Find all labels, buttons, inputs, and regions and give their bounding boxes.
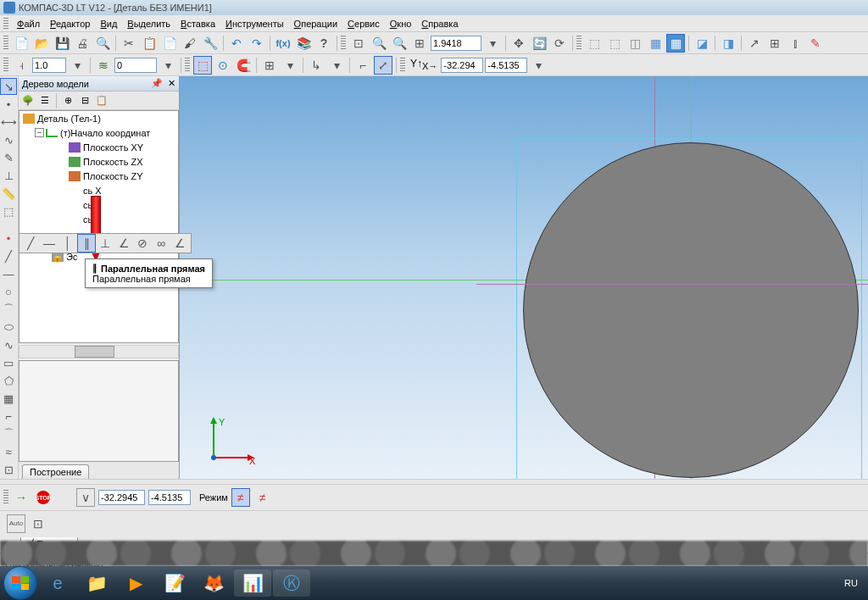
tree-axis-x[interactable]: сь X [83, 186, 102, 196]
zoom-input[interactable] [431, 36, 481, 51]
select-tool[interactable]: ⬚ [0, 203, 17, 219]
perspective-button[interactable]: ◪ [693, 34, 711, 53]
no-hidden-button[interactable]: ◫ [626, 34, 644, 53]
dropdown-icon[interactable]: ▾ [68, 56, 86, 75]
tree-origin[interactable]: (т)Начало координат [60, 128, 150, 138]
snap-input[interactable] [32, 58, 66, 73]
open-button[interactable]: 📂 [32, 34, 51, 53]
section-button[interactable]: ◨ [719, 34, 737, 53]
line-tool[interactable]: • [0, 230, 17, 247]
rotate-button[interactable]: 🔄 [530, 34, 548, 53]
offset-tool[interactable]: ≈ [0, 443, 17, 460]
view-tool2-button[interactable]: ⫿ [786, 34, 804, 53]
aux-line-tangent2[interactable]: ∞ [152, 234, 170, 253]
rect-tool[interactable]: ▭ [0, 354, 17, 371]
dropdown-icon[interactable]: ▾ [529, 56, 548, 75]
zoom-in-button[interactable]: 🔍 [370, 34, 388, 53]
copy-button[interactable]: 📋 [140, 34, 159, 53]
taskbar-powerpoint[interactable]: 📊 [234, 569, 271, 597]
menu-view[interactable]: Вид [95, 17, 122, 31]
menu-edit[interactable]: Редактор [45, 17, 95, 31]
refresh-button[interactable]: ⟳ [550, 34, 569, 53]
round-button[interactable]: ⤢ [374, 56, 392, 75]
mode-both-button[interactable]: ≠ [231, 488, 250, 507]
aux-line-tool[interactable]: ╱ [0, 247, 17, 264]
language-indicator[interactable]: RU [844, 578, 858, 588]
zoom-fit-button[interactable]: ⊡ [349, 34, 368, 53]
chamfer-tool[interactable]: ⌐ [0, 408, 17, 425]
redo-button[interactable]: ↷ [248, 34, 266, 53]
dimension-tool[interactable]: ⟷ [0, 114, 17, 131]
tree-plane-xy[interactable]: Плоскость XY [83, 142, 143, 153]
paste-button[interactable]: 📄 [160, 34, 179, 53]
pin-icon[interactable]: 📌 [151, 78, 163, 89]
shaded-edges-button[interactable]: ▦ [666, 34, 685, 53]
properties-button[interactable]: 🔧 [201, 34, 220, 53]
mode-one-button[interactable]: ≠ [253, 488, 272, 507]
tree-tool2-icon[interactable]: 📋 [94, 93, 109, 108]
aux-line-perp[interactable]: ⊥ [96, 234, 114, 253]
tree-tool-icon[interactable]: ⊟ [77, 93, 92, 108]
sketch-button[interactable]: ✎ [806, 34, 825, 53]
taskbar-explorer[interactable]: 📁 [78, 569, 115, 597]
library-button[interactable]: 📚 [294, 34, 313, 53]
constraint-tool[interactable]: ⊥ [0, 167, 17, 184]
menu-file[interactable]: Файл [12, 17, 45, 31]
geometry-tool[interactable]: ↘ [0, 78, 17, 95]
zoom-out-button[interactable]: 🔍 [390, 34, 409, 53]
polygon-tool[interactable]: ⬠ [0, 372, 17, 389]
stop-button[interactable]: STOP [34, 488, 53, 507]
magnet-button[interactable]: 🧲 [234, 56, 253, 75]
layers-icon[interactable]: ≋ [94, 56, 113, 75]
taskbar-notes[interactable]: 📝 [156, 569, 193, 597]
tree-plane-zy[interactable]: Плоскость ZY [83, 171, 143, 181]
fillet-tool[interactable]: ⌒ [0, 425, 17, 442]
expand-icon[interactable]: ⊕ [60, 93, 75, 108]
variables-button[interactable]: f(x) [274, 34, 292, 53]
shaded-button[interactable]: ▦ [646, 34, 665, 53]
hidden-button[interactable]: ⬚ [605, 34, 624, 53]
menu-window[interactable]: Окно [385, 17, 417, 31]
taskbar-media[interactable]: ▶ [117, 569, 154, 597]
orientation-button[interactable]: ↗ [745, 34, 764, 53]
preview-button[interactable]: 🔍 [93, 34, 112, 53]
horizontal-scrollbar[interactable] [19, 345, 179, 358]
tree-view-icon[interactable]: 🌳 [20, 93, 36, 108]
viewport[interactable]: X Y [180, 76, 868, 479]
ellipse-tool[interactable]: ⬭ [0, 319, 17, 336]
menu-help[interactable]: Справка [416, 17, 463, 31]
dropdown-icon[interactable]: ▾ [159, 56, 177, 75]
wireframe-button[interactable]: ⬚ [585, 34, 604, 53]
tree-plane-zx[interactable]: Плоскость ZX [83, 157, 143, 167]
ortho-draw-button[interactable]: ⌐ [353, 56, 372, 75]
circle-tool[interactable]: ○ [0, 283, 17, 300]
tab-build[interactable]: Построение [22, 464, 89, 479]
cut-button[interactable]: ✂ [120, 34, 138, 53]
aux-line-vert[interactable]: │ [58, 234, 77, 253]
tree-root[interactable]: Деталь (Тел-1) [37, 114, 101, 124]
dropdown-icon[interactable]: ▾ [281, 56, 299, 75]
close-icon[interactable]: ✕ [168, 78, 175, 89]
aux-line-free[interactable]: ╱ [21, 234, 40, 253]
apply-button[interactable]: → [12, 488, 31, 507]
symbol-tool[interactable]: ∿ [0, 131, 17, 148]
start-button[interactable] [3, 566, 37, 600]
aux-line-bisector[interactable]: ∠ [170, 234, 189, 253]
menu-insert[interactable]: Вставка [175, 17, 220, 31]
local-cs-button[interactable]: ↳ [307, 56, 326, 75]
taskbar-firefox[interactable]: 🦊 [195, 569, 232, 597]
zoom-window-button[interactable]: ⊞ [410, 34, 429, 53]
view-tool-button[interactable]: ⊞ [765, 34, 784, 53]
measure-tool[interactable]: 📏 [0, 185, 17, 202]
menu-tools[interactable]: Инструменты [220, 17, 289, 31]
copy-props-button[interactable]: 🖌 [181, 34, 199, 53]
spline-tool[interactable]: ∿ [0, 336, 17, 353]
model-tree[interactable]: Деталь (Тел-1) −(т)Начало координат Плос… [19, 110, 179, 343]
edit-tool[interactable]: ✎ [0, 149, 17, 166]
collect-tool[interactable]: ⊡ [0, 461, 17, 478]
arc-tool[interactable]: ⌒ [0, 301, 17, 318]
list-view-icon[interactable]: ☰ [37, 93, 53, 108]
reset-button[interactable]: ⊡ [29, 514, 47, 533]
ortho-button[interactable]: ⬚ [193, 56, 212, 75]
extrude-circle[interactable] [523, 142, 859, 478]
